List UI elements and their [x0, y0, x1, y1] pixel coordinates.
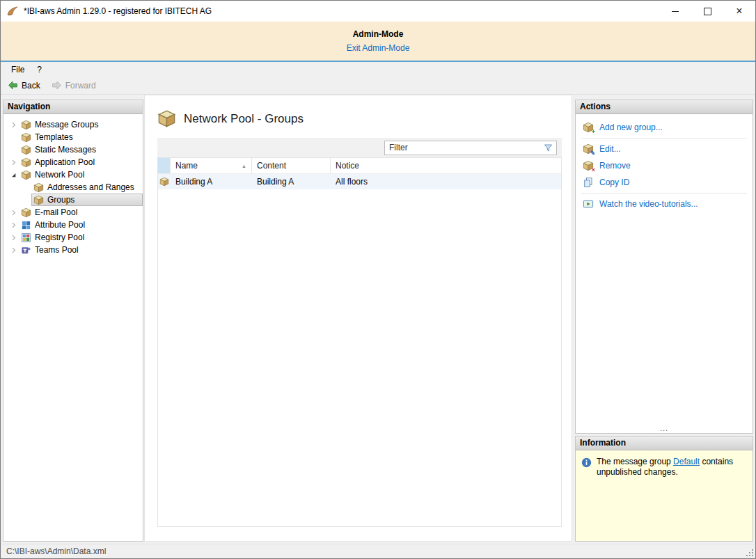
admin-mode-banner: Admin-Mode Exit Admin-Mode — [1, 22, 755, 62]
cell-content: Building A — [252, 177, 331, 187]
copy-icon — [583, 177, 594, 188]
network-pool-groups-icon — [157, 109, 176, 128]
filter-strip — [157, 138, 562, 157]
expander-none — [8, 144, 19, 155]
actions-separator — [581, 193, 747, 194]
window-title: *IBI-aws Admin 1.29.0 - registered for I… — [24, 6, 212, 16]
back-button[interactable]: Back — [8, 80, 40, 90]
navigation-panel: Navigation Message Groups Templates Stat… — [3, 100, 143, 542]
sidebar-item-message-groups[interactable]: Message Groups — [3, 118, 143, 131]
actions-header: Actions — [576, 100, 753, 114]
actions-separator — [581, 138, 747, 139]
filter-icon[interactable] — [543, 143, 553, 153]
sidebar-item-addresses-and-ranges[interactable]: Addresses and Ranges — [3, 181, 143, 194]
admin-mode-title: Admin-Mode — [1, 29, 755, 39]
sort-ascending-icon: ▲ — [242, 164, 246, 168]
pool-box-icon — [33, 182, 44, 193]
filter-box — [384, 141, 557, 155]
navigation-tree: Message Groups Templates Static Messages… — [3, 114, 143, 541]
copy-id-action[interactable]: Copy ID — [576, 174, 753, 191]
expander-collapsed-icon[interactable] — [8, 219, 19, 230]
page-title-row: Network Pool - Groups — [157, 109, 304, 128]
close-button[interactable]: × — [723, 1, 755, 22]
default-message-group-link[interactable]: Default — [673, 457, 700, 466]
expander-none — [20, 194, 31, 205]
menu-help[interactable]: ? — [31, 63, 48, 76]
registry-pool-icon — [21, 233, 31, 243]
page-title: Network Pool - Groups — [184, 112, 304, 126]
table-header: Name ▲ Content Notice — [158, 158, 561, 174]
main-panel: Network Pool - Groups Name ▲ Content — [144, 95, 572, 542]
row-group-icon — [158, 177, 171, 187]
expander-expanded-icon[interactable] — [8, 169, 19, 180]
pool-box-icon — [21, 145, 31, 155]
expander-collapsed-icon[interactable] — [8, 119, 19, 130]
edit-action[interactable]: ✎ Edit... — [576, 141, 753, 157]
content-area: Navigation Message Groups Templates Stat… — [1, 95, 755, 544]
exit-admin-mode-link[interactable]: Exit Admin-Mode — [347, 43, 410, 53]
expander-collapsed-icon[interactable] — [8, 157, 19, 168]
expander-collapsed-icon[interactable] — [8, 244, 19, 255]
expander-collapsed-icon[interactable] — [8, 207, 19, 218]
pool-box-icon — [21, 207, 31, 218]
pool-box-icon — [33, 195, 44, 205]
statusbar: C:\IBI-aws\Admin\Data.xml — [1, 544, 755, 558]
pool-box-icon — [21, 132, 31, 143]
toolbar: Back Forward — [1, 77, 755, 95]
pool-box-icon — [21, 157, 31, 168]
sidebar-item-registry-pool[interactable]: Registry Pool — [3, 231, 143, 244]
app-window: *IBI-aws Admin 1.29.0 - registered for I… — [0, 0, 756, 559]
back-label: Back — [22, 81, 40, 90]
sidebar-item-templates[interactable]: Templates — [3, 131, 143, 143]
column-header-icon[interactable] — [158, 158, 171, 173]
menubar: File ? — [1, 62, 755, 77]
sidebar-item-static-messages[interactable]: Static Messages — [3, 143, 143, 156]
minimize-icon — [672, 11, 679, 12]
sidebar-item-network-pool[interactable]: Network Pool — [3, 168, 143, 181]
close-icon: × — [736, 6, 742, 17]
maximize-icon — [704, 8, 711, 15]
information-message: The message group Default contains unpub… — [597, 457, 747, 478]
forward-label: Forward — [65, 81, 96, 90]
column-header-notice[interactable]: Notice — [331, 158, 561, 173]
expander-collapsed-icon[interactable] — [8, 232, 19, 243]
column-header-name[interactable]: Name ▲ — [171, 158, 252, 173]
cell-notice: All floors — [331, 177, 561, 187]
sidebar-item-groups[interactable]: Groups — [3, 194, 143, 206]
forward-icon — [52, 80, 62, 90]
watch-video-tutorials-action[interactable]: Watch the video-tutorials... — [576, 196, 753, 212]
table-row[interactable]: Building A Building A All floors — [158, 174, 561, 189]
attribute-pool-icon — [21, 220, 31, 230]
sidebar-item-application-pool[interactable]: Application Pool — [3, 156, 143, 168]
remove-action[interactable]: × Remove — [576, 157, 753, 174]
remove-icon: × — [583, 160, 594, 171]
expander-none — [8, 132, 19, 143]
actions-overflow-indicator: ... — [576, 424, 753, 432]
sidebar-item-attribute-pool[interactable]: Attribute Pool — [3, 219, 143, 231]
groups-table: Name ▲ Content Notice Building A Buildin… — [157, 157, 562, 527]
actions-panel: Actions + Add new group... ✎ Edit... × R… — [575, 100, 753, 434]
teams-pool-icon — [21, 245, 31, 255]
resize-grip[interactable] — [746, 549, 755, 558]
navigation-header: Navigation — [3, 100, 143, 114]
cell-name: Building A — [171, 177, 252, 187]
maximize-button[interactable] — [691, 1, 723, 22]
app-icon — [6, 5, 19, 17]
titlebar: *IBI-aws Admin 1.29.0 - registered for I… — [1, 1, 755, 22]
forward-button[interactable]: Forward — [52, 80, 96, 90]
minimize-button[interactable] — [659, 1, 691, 22]
menu-file[interactable]: File — [5, 63, 31, 76]
pool-box-icon — [21, 120, 31, 130]
add-new-group-action[interactable]: + Add new group... — [576, 119, 753, 136]
expander-none — [20, 182, 31, 193]
edit-icon: ✎ — [583, 143, 594, 155]
column-header-content[interactable]: Content — [252, 158, 331, 173]
information-header: Information — [576, 436, 753, 450]
window-controls: × — [659, 1, 755, 22]
sidebar-item-teams-pool[interactable]: Teams Pool — [3, 244, 143, 256]
sidebar-item-email-pool[interactable]: E-mail Pool — [3, 206, 143, 219]
video-icon — [583, 198, 594, 210]
filter-input[interactable] — [385, 143, 543, 152]
info-icon — [581, 457, 592, 468]
information-body: The message group Default contains unpub… — [576, 450, 753, 541]
